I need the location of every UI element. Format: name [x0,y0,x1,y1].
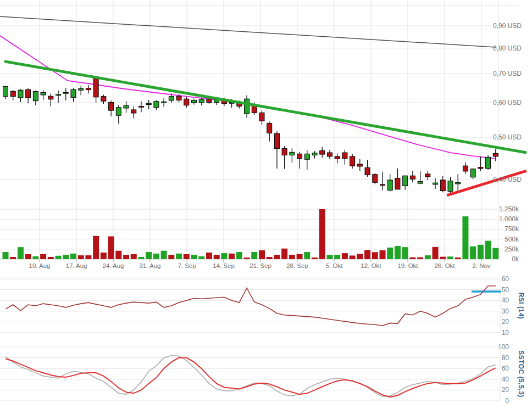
volume-bar [101,253,107,259]
volume-axis-label: 500k [505,236,519,243]
candle-body [395,178,400,189]
date-axis-label: 7. Sep [178,262,196,269]
stock-analysis-chart: 0,90 USD0,80 USD0,70 USD0,60 USD0,50 USD… [0,0,532,420]
candle-body [124,105,129,108]
rsi-axis-label: 30 [502,307,509,315]
volume-bar [78,255,84,259]
candle-body [478,167,483,169]
sstoc-k-line [5,356,496,397]
volume-bar [123,255,129,259]
volume-bar [485,241,491,259]
volume-bar [206,253,212,259]
candle-body [207,99,212,102]
candle-body [199,99,204,103]
candle-body [131,110,136,113]
volume-bar [184,254,190,259]
volume-bar [10,257,16,259]
volume-bar [56,256,62,259]
volume-bar [108,237,114,259]
candle-body [116,108,121,115]
candle-body [470,169,475,177]
candle-body [456,182,461,184]
volume-bar [153,254,159,259]
volume-bar [409,257,415,259]
volume-bar [138,257,144,259]
candle-body [93,79,98,97]
volume-bar [25,254,31,259]
rsi-axis-label: 60 [502,275,509,283]
volume-bar [470,247,476,259]
date-axis-label: 2. Nov [472,262,490,269]
volume-bar [433,247,439,259]
trendlines [4,61,527,195]
candle-body [184,99,189,105]
volume-bar [63,255,69,259]
candle-body [79,89,84,91]
date-axis-label: 26. Okt [434,262,455,269]
candle-body [176,96,181,100]
candle-body [282,149,287,155]
candle-body [373,175,378,183]
rsi-axis-label: 20 [502,318,509,326]
candle-body [425,174,430,177]
volume-bar [350,255,356,259]
volume-bar [425,255,431,259]
volume-bar [251,252,257,259]
candle-body [403,176,408,186]
candle-body [33,91,38,100]
price-axis-label: 0,50 USD [493,133,522,141]
volume-bar [40,254,46,259]
volume-bar [297,254,303,259]
candle-body [245,99,250,114]
volume-bar [395,246,401,259]
volume-bar [93,236,99,259]
volume-bar [342,253,348,259]
date-axis-label: 28. Sep [286,262,308,269]
volume-bar [214,255,220,259]
volume-bar [380,250,386,259]
candle-body [192,100,197,103]
sstoc-panel-title: SSTOC (5,5,3) [517,350,525,397]
candle-body [162,102,167,103]
candle-body [146,103,151,104]
volume-bar [115,251,121,259]
volume-bar [244,257,250,259]
candle-body [304,154,309,159]
date-axis-label: 10. Aug [29,262,50,269]
candle-body [410,176,415,179]
candle-body [327,153,332,156]
candle-body [486,157,491,169]
rsi-line [5,286,496,326]
volume-bar [221,253,227,259]
volume-bar [259,250,265,259]
candle-body [335,156,340,159]
candle-body [154,102,159,108]
volume-series [3,209,499,259]
volume-bar [372,252,378,259]
volume-bar [281,249,287,259]
candle-body [26,89,31,98]
candle-body [10,91,15,96]
volume-bar [440,257,446,259]
candle-body [312,153,317,155]
volume-bar [478,245,484,259]
candle-body [109,102,114,110]
candle-body [41,93,46,95]
date-axis-label: 5. Okt [326,262,343,269]
sstoc-axis-label: 80 [502,354,509,362]
volume-axis-label: 1.000k [499,215,519,223]
volume-bar [455,257,461,259]
candlestick-chart-canvas[interactable]: 0,90 USD0,80 USD0,70 USD0,60 USD0,50 USD… [0,0,532,420]
candle-body [342,153,347,159]
volume-bar [161,251,167,259]
candle-body [101,97,106,101]
candle-body [365,167,370,175]
volume-bar [191,255,197,259]
volume-bar [146,252,152,259]
rsi-panel-title: RSI (14) [517,293,525,320]
candle-body [86,88,91,89]
sstoc-axis-label: 40 [502,376,509,383]
candle-body [274,133,279,148]
candle-body [18,90,23,98]
sstoc-axis-label: 0 [505,397,509,405]
